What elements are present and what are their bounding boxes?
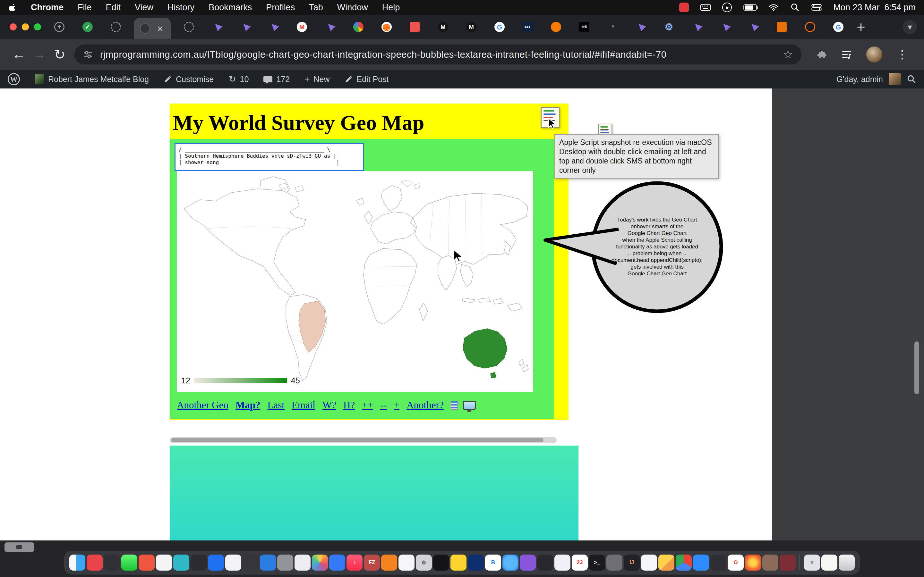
- menu-edit[interactable]: Edit: [106, 3, 121, 13]
- pinned-tab-google-2[interactable]: G: [829, 17, 848, 37]
- playback-icon[interactable]: ▶: [722, 3, 732, 12]
- dock-zoom[interactable]: [693, 554, 709, 571]
- pinned-tab-crosshair-gray[interactable]: +: [49, 17, 69, 37]
- dock-white-app-2[interactable]: [294, 554, 310, 571]
- bookmark-star-icon[interactable]: ☆: [783, 48, 793, 61]
- back-button[interactable]: ←: [8, 47, 29, 62]
- pinned-tab-medium-2[interactable]: M: [461, 17, 481, 37]
- link-another[interactable]: Another?: [407, 400, 443, 411]
- dock-messages[interactable]: [121, 554, 137, 571]
- tab-search-chevron-icon[interactable]: ▾: [903, 20, 917, 34]
- menubar-clock[interactable]: Mon 23 Mar 6:54 pm: [833, 3, 916, 13]
- dock-calendar[interactable]: 23: [572, 554, 588, 571]
- dock-navy-app[interactable]: [468, 554, 484, 571]
- dock-blue-app-2[interactable]: [260, 554, 276, 571]
- media-controls-icon[interactable]: [841, 49, 852, 60]
- reload-button[interactable]: ↻: [49, 47, 70, 63]
- dock-dark-app-3[interactable]: [537, 554, 553, 571]
- site-name-menu[interactable]: Robert James Metcalfe Blog: [35, 74, 149, 84]
- dock-gray-app[interactable]: [277, 554, 293, 571]
- dock-opera[interactable]: O: [728, 554, 744, 571]
- admin-search-icon[interactable]: [907, 74, 916, 84]
- pinned-tab-cursor-purple-4[interactable]: ▶: [320, 17, 340, 37]
- battery-icon[interactable]: [743, 4, 757, 11]
- dock-dark-app-2[interactable]: [242, 554, 258, 571]
- extensions-puzzle-icon[interactable]: [816, 49, 827, 60]
- pinned-tab-cursor-purple-2[interactable]: ▶: [236, 17, 255, 37]
- dock-news[interactable]: [399, 554, 415, 571]
- pinned-tab-amber-app[interactable]: [772, 17, 792, 37]
- pinned-tab-chrome[interactable]: [349, 17, 368, 37]
- dock-safari[interactable]: [502, 554, 519, 571]
- url-text[interactable]: rjmprogramming.com.au/ITblog/google-char…: [100, 49, 776, 60]
- dock-intellij[interactable]: IJ: [624, 554, 640, 571]
- dock-photos[interactable]: [312, 554, 328, 571]
- status-app-icon[interactable]: [679, 3, 689, 12]
- link-h[interactable]: H?: [343, 400, 355, 411]
- pinned-tab-cursor-purple-8[interactable]: ▶: [744, 17, 764, 37]
- pinned-tab-cursor-purple-5[interactable]: ▶: [631, 17, 651, 37]
- link-w[interactable]: W?: [322, 400, 336, 411]
- dock-camera-app[interactable]: [606, 554, 622, 571]
- pinned-tab-cursor-purple-3[interactable]: ▶: [264, 17, 284, 37]
- pinned-tab-dark-orange-ring[interactable]: [800, 17, 820, 37]
- menu-file[interactable]: File: [78, 3, 92, 13]
- dock-red-app[interactable]: [87, 554, 103, 571]
- site-info-icon[interactable]: [83, 49, 93, 60]
- page-vertical-scrollbar[interactable]: [914, 342, 919, 394]
- dock-blue-app-3[interactable]: [329, 554, 345, 571]
- menu-tab[interactable]: Tab: [309, 3, 323, 13]
- pinned-tab-dashed-circle-2[interactable]: [179, 17, 199, 37]
- dock-brown-app[interactable]: [762, 554, 779, 571]
- link-[interactable]: --: [380, 400, 387, 411]
- pinned-tab-dashed-circle[interactable]: [106, 17, 126, 37]
- link-last[interactable]: Last: [267, 400, 284, 411]
- pinned-tab-coral-app[interactable]: [405, 17, 425, 37]
- new-content-menu[interactable]: + New: [304, 75, 330, 84]
- control-center-icon[interactable]: [811, 4, 822, 11]
- pinned-tab-cursor-purple-1[interactable]: ▶: [207, 17, 227, 37]
- dock-white-app-3[interactable]: [554, 554, 570, 571]
- menu-profiles[interactable]: Profiles: [266, 3, 295, 13]
- dock-music[interactable]: ♪: [347, 554, 363, 571]
- dock-darkred-app[interactable]: [780, 554, 796, 571]
- dock-teal-app[interactable]: [173, 554, 189, 571]
- comments-menu[interactable]: 172: [263, 75, 290, 84]
- keyboard-input-icon[interactable]: [700, 4, 711, 11]
- pinned-tab-cursor-purple-7[interactable]: ▶: [716, 17, 735, 37]
- new-tab-button[interactable]: +: [857, 19, 865, 34]
- pinned-tab-medium-1[interactable]: M: [433, 17, 453, 37]
- edit-post-menu[interactable]: Edit Post: [344, 75, 389, 84]
- chrome-menu-icon[interactable]: ⋮: [897, 48, 908, 61]
- menu-history[interactable]: History: [168, 3, 194, 13]
- speech-bubble-textarea[interactable]: / ______________________________________…: [174, 143, 364, 171]
- menu-bookmarks[interactable]: Bookmarks: [208, 3, 252, 13]
- dock-blue-app-1[interactable]: [208, 554, 224, 571]
- dock-firefox[interactable]: [745, 554, 761, 571]
- profile-avatar[interactable]: [866, 47, 882, 63]
- pinned-tab-gmail[interactable]: M: [292, 17, 312, 37]
- hscrollbar-thumb[interactable]: [171, 438, 543, 442]
- dock-downloads-stack[interactable]: ≡: [804, 554, 820, 571]
- wifi-icon[interactable]: [768, 2, 779, 13]
- active-tab[interactable]: ×: [134, 18, 171, 39]
- pinned-tab-google[interactable]: G: [489, 17, 509, 37]
- link-another-geo[interactable]: Another Geo: [177, 400, 228, 411]
- dock-terminal[interactable]: >_: [589, 554, 605, 571]
- menu-window[interactable]: Window: [337, 3, 368, 13]
- dock-dark-app-1[interactable]: [191, 554, 207, 571]
- pinned-tab-afl[interactable]: AFL: [518, 17, 538, 37]
- dock-apple-tv[interactable]: [433, 554, 449, 571]
- greeting-label[interactable]: G'day, admin: [837, 75, 883, 84]
- customise-menu[interactable]: Customise: [164, 75, 214, 84]
- iframe-horizontal-scrollbar[interactable]: [170, 437, 557, 443]
- forward-button[interactable]: →: [29, 47, 49, 62]
- dock-docs-app[interactable]: [641, 554, 657, 571]
- dock-pinwheel-app[interactable]: [710, 554, 726, 571]
- dock-chrome[interactable]: [676, 554, 692, 571]
- dock-orange-red-app[interactable]: [139, 554, 155, 571]
- dock-maps[interactable]: [225, 554, 241, 571]
- menu-chrome[interactable]: Chrome: [31, 3, 63, 13]
- address-bar[interactable]: rjmprogramming.com.au/ITblog/google-char…: [74, 45, 801, 64]
- dock-trash[interactable]: [838, 554, 855, 571]
